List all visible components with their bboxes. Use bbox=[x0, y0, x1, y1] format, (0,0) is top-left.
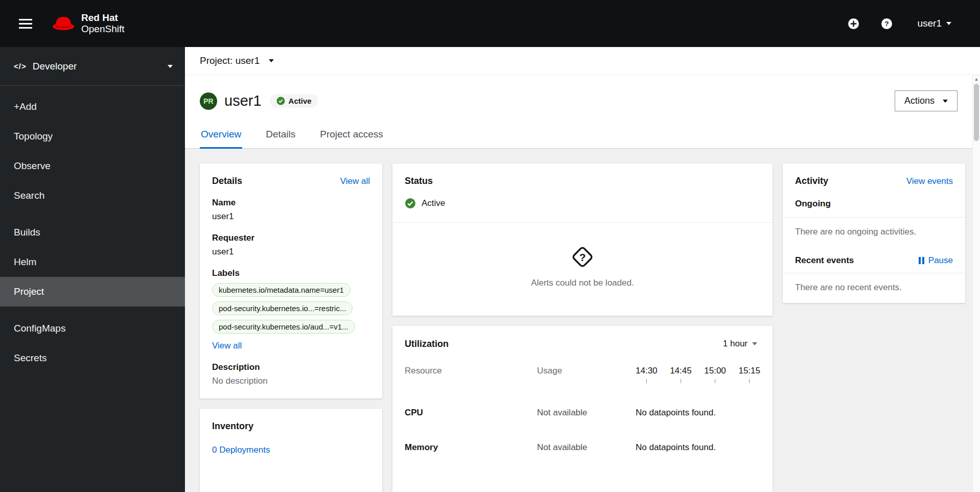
duration-dropdown-label: 1 hour bbox=[723, 339, 748, 349]
labels-view-all-link[interactable]: View all bbox=[212, 341, 242, 351]
project-bar: Project: user1 bbox=[185, 47, 980, 75]
duration-dropdown[interactable]: 1 hour bbox=[720, 338, 760, 349]
recent-events-title: Recent events bbox=[795, 255, 854, 266]
resource-column-header: Resource bbox=[405, 366, 537, 376]
name-field-label: Name bbox=[212, 198, 370, 208]
pause-button-label: Pause bbox=[928, 255, 953, 266]
plus-circle-icon bbox=[848, 18, 859, 30]
activity-card-title: Activity bbox=[795, 176, 828, 186]
details-view-all-link[interactable]: View all bbox=[340, 176, 370, 186]
hamburger-icon bbox=[19, 23, 32, 25]
perspective-switcher[interactable]: </> Developer bbox=[0, 47, 185, 86]
label-pill[interactable]: pod-security.kubernetes.io/aud...=v1... bbox=[212, 320, 355, 334]
utilization-column-headers: Resource Usage 14:30 14:45 15:00 15:15 bbox=[405, 366, 760, 383]
scrollbar-thumb[interactable] bbox=[974, 84, 979, 141]
alerts-empty-state: ? Alerts could not be loaded. bbox=[392, 223, 773, 316]
project-status-text: Active bbox=[422, 198, 445, 208]
view-events-link[interactable]: View events bbox=[906, 176, 953, 186]
sidebar-item-search[interactable]: Search bbox=[0, 181, 185, 210]
code-icon: </> bbox=[14, 62, 27, 71]
recent-events-row: Recent events Pause bbox=[783, 247, 965, 273]
project-status-row: Active bbox=[405, 198, 760, 222]
status-badge: Active bbox=[270, 94, 318, 108]
chevron-down-icon bbox=[946, 22, 951, 25]
sidebar-item-configmaps[interactable]: ConfigMaps bbox=[0, 314, 185, 343]
tab-overview[interactable]: Overview bbox=[200, 122, 242, 148]
chevron-down-icon bbox=[752, 342, 757, 345]
right-column: Activity View events Ongoing There are n… bbox=[783, 163, 965, 303]
tick-mark bbox=[681, 379, 681, 383]
perspective-label: Developer bbox=[33, 61, 77, 72]
brand-text: Red Hat OpenShift bbox=[81, 12, 125, 35]
time-tick: 15:15 bbox=[738, 366, 760, 383]
middle-column: Status Active ? bbox=[392, 163, 773, 492]
time-axis: 14:30 14:45 15:00 15:15 bbox=[636, 366, 760, 383]
requester-field-label: Requester bbox=[212, 233, 370, 243]
sidebar: </> Developer +Add Topology Observe Sear… bbox=[0, 47, 185, 492]
resource-usage: Not available bbox=[537, 442, 636, 453]
sidebar-item-observe[interactable]: Observe bbox=[0, 151, 185, 181]
tick-mark bbox=[749, 379, 750, 383]
sidebar-item-builds[interactable]: Builds bbox=[0, 218, 185, 247]
utilization-row-cpu: CPU Not available No datapoints found. bbox=[405, 408, 760, 418]
utilization-card-title: Utilization bbox=[405, 339, 449, 349]
redhat-fedora-icon bbox=[52, 15, 76, 32]
svg-text:?: ? bbox=[579, 251, 586, 263]
chevron-down-icon bbox=[168, 65, 173, 68]
vertical-scrollbar[interactable]: ▲ bbox=[972, 75, 980, 492]
label-pill[interactable]: pod-security.kubernetes.io...=restric... bbox=[212, 301, 353, 315]
recent-events-empty-message: There are no recent events. bbox=[783, 273, 965, 303]
utilization-row-memory: Memory Not available No datapoints found… bbox=[405, 442, 760, 453]
ongoing-empty-message: There are no ongoing activities. bbox=[783, 218, 965, 247]
status-badge-label: Active bbox=[289, 97, 312, 105]
help-icon-button[interactable]: ? bbox=[881, 18, 893, 30]
user-menu-label: user1 bbox=[917, 18, 942, 29]
scroll-up-arrow[interactable]: ▲ bbox=[973, 75, 980, 83]
user-menu[interactable]: user1 bbox=[914, 17, 954, 30]
sidebar-item-topology[interactable]: Topology bbox=[0, 122, 185, 151]
time-tick: 14:45 bbox=[670, 366, 692, 383]
details-card-title: Details bbox=[212, 176, 242, 186]
sidebar-item-secrets[interactable]: Secrets bbox=[0, 343, 185, 373]
project-selector-label: Project: user1 bbox=[200, 55, 260, 66]
check-circle-icon bbox=[276, 97, 285, 105]
details-card: Details View all Name user1 Requester us… bbox=[200, 163, 382, 399]
tab-details[interactable]: Details bbox=[265, 122, 296, 148]
tick-mark bbox=[646, 379, 647, 383]
name-field-value: user1 bbox=[212, 212, 370, 222]
sidebar-item-helm[interactable]: Helm bbox=[0, 247, 185, 277]
page-header: PR user1 Active Actions Overview Details bbox=[185, 75, 980, 149]
sidebar-item-add[interactable]: +Add bbox=[0, 92, 185, 122]
usage-column-header: Usage bbox=[537, 366, 636, 376]
actions-dropdown[interactable]: Actions bbox=[895, 90, 958, 111]
tab-project-access[interactable]: Project access bbox=[319, 122, 384, 148]
inventory-card: Inventory 0 Deployments bbox=[200, 409, 382, 492]
add-icon-button[interactable] bbox=[848, 18, 859, 30]
sidebar-item-project[interactable]: Project bbox=[0, 277, 185, 307]
inventory-card-title: Inventory bbox=[212, 421, 253, 431]
overview-content: Details View all Name user1 Requester us… bbox=[185, 149, 980, 492]
inventory-deployments-link[interactable]: 0 Deployments bbox=[212, 445, 270, 455]
resource-name: CPU bbox=[405, 408, 537, 418]
title-row: PR user1 Active Actions bbox=[185, 75, 980, 111]
nav-toggle-button[interactable] bbox=[14, 18, 37, 30]
label-pill[interactable]: kubernetes.io/metadata.name=user1 bbox=[212, 283, 351, 297]
brand-line1: Red Hat bbox=[81, 12, 125, 24]
check-circle-icon bbox=[405, 198, 416, 209]
pause-events-button[interactable]: Pause bbox=[919, 255, 953, 266]
pause-icon bbox=[919, 257, 924, 264]
resource-datapoints: No datapoints found. bbox=[636, 442, 760, 453]
details-card-header: Details View all bbox=[212, 176, 370, 186]
chevron-down-icon bbox=[269, 59, 274, 62]
masthead-toolbar: ? user1 bbox=[848, 17, 954, 30]
status-card-title: Status bbox=[405, 176, 433, 186]
labels-field-label: Labels bbox=[212, 268, 370, 278]
utilization-card: Utilization 1 hour Resource Usage 14:30 … bbox=[392, 326, 773, 492]
brand-line2: OpenShift bbox=[81, 24, 125, 35]
project-selector[interactable]: Project: user1 bbox=[200, 55, 274, 66]
tick-mark bbox=[715, 379, 715, 383]
actions-dropdown-label: Actions bbox=[904, 96, 935, 106]
unknown-icon: ? bbox=[570, 244, 595, 270]
utilization-card-header: Utilization 1 hour bbox=[405, 338, 760, 349]
resource-datapoints: No datapoints found. bbox=[636, 408, 760, 418]
